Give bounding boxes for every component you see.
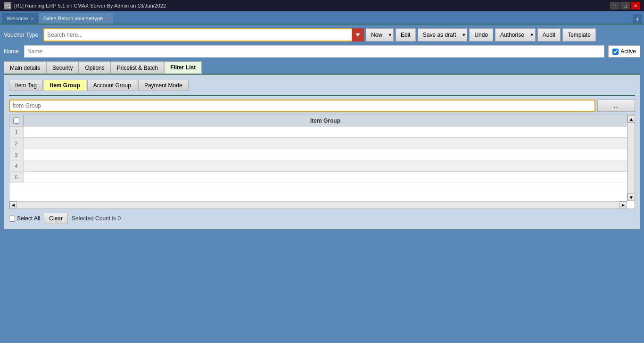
main-tabs: Main details Security Options Pricelist … [4,61,640,75]
authorise-dropdown[interactable]: ▼ [529,28,536,42]
voucher-type-label: Voucher Type [4,32,41,38]
template-button[interactable]: Template [562,28,596,42]
scroll-track [627,123,635,193]
svg-marker-0 [355,33,360,36]
sub-tab-account-group[interactable]: Account Group [87,80,137,91]
window-controls: − □ ✕ [610,2,640,9]
table-row: 5 [9,172,627,183]
tab-filter-list[interactable]: Filter List [164,61,202,74]
audit-button[interactable]: Audit [537,28,561,42]
h-scrollbar[interactable]: ◄ ► [9,201,627,209]
clear-button[interactable]: Clear [44,213,68,224]
sub-tabs: Item Tag Item Group Account Group Paymen… [9,80,635,91]
table-row: 4 [9,160,627,172]
tab-main-details[interactable]: Main details [4,61,46,74]
row-cell-1[interactable] [24,126,627,137]
tab-sales-return-close[interactable]: ✕ [105,16,108,21]
name-label: Name [4,48,20,55]
main-content: Voucher Type New ▼ Edit Save as draft ▼ … [0,25,644,233]
table-row: 3 [9,149,627,160]
row-num-4: 4 [9,160,24,171]
grid-header: Item Group [9,115,635,126]
row-num-1: 1 [9,126,24,137]
new-dropdown-arrow[interactable]: ▼ [387,28,394,42]
sub-tab-payment-mode[interactable]: Payment Mode [138,80,189,91]
table-row: 2 [9,138,627,149]
new-button-group: New ▼ [366,28,394,42]
row-cell-3[interactable] [24,149,627,160]
authorise-group: Authorise ▼ [495,28,536,42]
tab-pricelist-batch[interactable]: Pricelist & Batch [111,61,164,74]
tab-welcome-close[interactable]: ✕ [30,16,34,21]
select-all-label[interactable]: Select All [17,215,40,222]
active-label[interactable]: Active [620,48,636,55]
name-input[interactable] [24,45,604,58]
authorise-button[interactable]: Authorise [495,28,529,42]
title-bar-text: [R1] Running ERP 5.1 on CMAX Server By A… [14,3,166,8]
grid-header-checkbox-col [9,115,24,126]
h-scroll-right-btn[interactable]: ► [619,201,627,209]
add-tab-button[interactable]: + [633,14,642,24]
undo-button[interactable]: Undo [469,28,493,42]
edit-button[interactable]: Edit [396,28,416,42]
maximize-button[interactable]: □ [620,2,630,9]
tab-options[interactable]: Options [79,61,110,74]
filter-list-panel: Item Tag Item Group Account Group Paymen… [4,75,640,229]
name-row: Name Active [4,45,640,58]
row-num-3: 3 [9,149,24,160]
row-num-2: 2 [9,138,24,149]
sub-tab-item-tag[interactable]: Item Tag [9,80,43,91]
active-checkbox[interactable] [612,49,619,55]
save-as-draft-dropdown[interactable]: ▼ [461,28,467,42]
new-button[interactable]: New [366,28,387,42]
selected-count-text: Selected Count is 0 [72,215,121,222]
scroll-down-btn[interactable]: ▼ [627,193,635,201]
app-icon: R1 [4,2,11,9]
footer-row: Select All Clear Selected Count is 0 [9,213,635,224]
grid-scrollbar[interactable]: ▲ ▼ [627,115,635,201]
tab-welcome[interactable]: Welcome ✕ [2,13,39,24]
tab-welcome-label: Welcome [7,16,28,21]
sub-tab-item-group[interactable]: Item Group [44,80,86,91]
h-scroll-left-btn[interactable]: ◄ [9,201,17,209]
select-all-checkbox[interactable] [9,216,15,222]
row-cell-5[interactable] [24,172,627,183]
active-wrapper: Active [608,45,640,58]
tab-bar: Welcome ✕ Sales Return vouchertype ✕ + [0,11,644,25]
voucher-type-search-wrapper [43,28,364,42]
toolbar: Voucher Type New ▼ Edit Save as draft ▼ … [4,28,640,42]
tab-sales-return-label: Sales Return vouchertype [43,16,103,21]
search-dropdown-arrow[interactable] [352,28,364,42]
table-row: 1 [9,126,627,138]
item-group-search-row: ... [9,100,635,112]
tab-sales-return[interactable]: Sales Return vouchertype ✕ [39,13,114,24]
scroll-up-btn[interactable]: ▲ [627,115,635,123]
item-group-search-input[interactable] [9,100,595,112]
minimize-button[interactable]: − [610,2,619,9]
title-bar: R1 [R1] Running ERP 5.1 on CMAX Server B… [0,0,644,11]
voucher-type-search-input[interactable] [43,28,364,42]
select-all-wrapper: Select All [9,215,40,222]
row-num-5: 5 [9,172,24,183]
grid-header-checkbox[interactable] [13,117,19,124]
row-cell-2[interactable] [24,138,627,149]
item-group-grid: Item Group ▲ ▼ 1 2 3 [9,115,635,209]
h-scroll-track [17,201,619,209]
sub-tab-separator [9,95,635,96]
save-as-draft-button[interactable]: Save as draft [418,28,461,42]
tab-security[interactable]: Security [46,61,79,74]
save-as-draft-group: Save as draft ▼ [418,28,468,42]
close-button[interactable]: ✕ [631,2,640,9]
grid-header-item-group: Item Group [24,115,627,126]
item-group-browse-button[interactable]: ... [597,100,635,112]
grid-body: 1 2 3 4 5 [9,126,627,183]
row-cell-4[interactable] [24,160,627,171]
